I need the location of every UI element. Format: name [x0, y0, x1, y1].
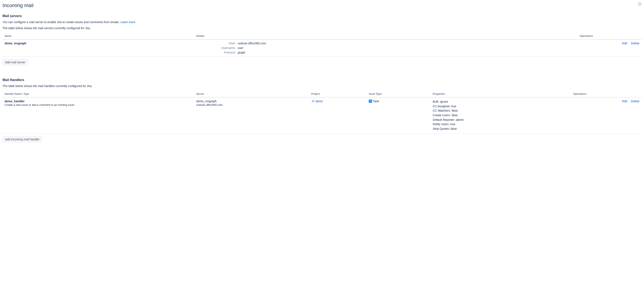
project-link[interactable]: demo	[316, 100, 323, 103]
project-icon	[311, 100, 315, 103]
property-row: CC Watchers: false	[433, 109, 569, 113]
edit-link[interactable]: Edit	[622, 42, 627, 45]
svg-point-0	[312, 100, 314, 101]
username-value: user	[238, 46, 266, 50]
edit-link[interactable]: Edit	[622, 100, 627, 103]
handler-properties-cell: Bulk: ignoreCC Assignee: trueCC Watchers…	[431, 97, 572, 133]
property-key: Default Reporter:	[433, 118, 456, 122]
property-row: Bulk: ignore	[433, 100, 569, 104]
property-key: Strip Quotes:	[433, 127, 451, 130]
col-issue-type: Issue Type	[367, 91, 430, 97]
handler-operations: Edit Delete	[571, 97, 642, 133]
property-key: CC Watchers:	[433, 109, 452, 112]
property-key: CC Assignee:	[433, 105, 452, 108]
col-server: Server	[194, 91, 309, 97]
handler-type-desc: Create a new issue or add a comment to a…	[4, 103, 192, 106]
col-operations: Operations	[578, 33, 642, 39]
host-value: outlook.office365.com	[238, 42, 266, 45]
learn-more-link[interactable]: Learn more	[120, 20, 136, 24]
handler-name: demo_handler	[4, 100, 192, 103]
col-details: Details	[194, 33, 578, 39]
table-row: demo_msgraph Host: outlook.office365.com…	[2, 39, 642, 56]
issue-type-value: Task	[373, 100, 379, 103]
server-operations: Edit Delete	[578, 39, 642, 56]
property-key: Bulk:	[433, 100, 440, 103]
mail-servers-description-2: The table below shows the mail servers c…	[2, 26, 642, 30]
page-title: Incoming mail	[2, 2, 34, 8]
mail-servers-desc-text: You can configure a mail server to enabl…	[2, 20, 120, 24]
protocol-value: graph	[238, 51, 266, 54]
col-name: Name	[2, 33, 194, 39]
property-row: Notify Users: true	[433, 122, 569, 127]
mail-servers-description: You can configure a mail server to enabl…	[2, 20, 642, 24]
username-label: Username:	[222, 46, 236, 50]
property-row: Strip Quotes: false	[433, 127, 569, 131]
server-details: Host: outlook.office365.com Username: us…	[194, 39, 578, 56]
col-operations: Operations	[571, 91, 642, 97]
mail-handlers-table: Handler Name / Type Server Project Issue…	[2, 91, 642, 134]
delete-link[interactable]: Delete	[631, 100, 640, 103]
property-value: true	[450, 123, 455, 126]
property-key: Create Users:	[433, 114, 452, 117]
host-label: Host:	[222, 42, 236, 45]
help-icon[interactable]: ?	[638, 2, 642, 6]
handler-issue-type-cell: Task	[367, 97, 430, 133]
delete-link[interactable]: Delete	[631, 42, 640, 45]
mail-handlers-heading: Mail Handlers	[2, 78, 642, 82]
mail-handlers-description: The table below shows the mail handlers …	[2, 84, 642, 88]
handler-server-cell: demo_msgraph outlook.office365.com	[194, 97, 309, 133]
add-mail-handler-button[interactable]: Add incoming mail handler	[2, 136, 42, 143]
property-value: false	[452, 114, 458, 117]
mail-handlers-section: Mail Handlers The table below shows the …	[2, 78, 642, 143]
col-properties: Properties	[431, 91, 572, 97]
task-icon	[369, 100, 372, 103]
protocol-label: Protocol:	[222, 51, 236, 54]
handler-project-cell: demo	[309, 97, 367, 133]
property-value: false	[452, 109, 458, 112]
property-row: Create Users: false	[433, 113, 569, 118]
mail-servers-heading: Mail servers	[2, 14, 642, 18]
handler-name-cell: demo_handler Create a new issue or add a…	[2, 97, 194, 133]
add-mail-server-button[interactable]: Add mail server	[2, 59, 28, 66]
handler-server-name: demo_msgraph	[196, 100, 307, 103]
col-handler: Handler Name / Type	[2, 91, 194, 97]
handler-server-host: outlook.office365.com	[196, 103, 307, 106]
property-value: true	[451, 105, 456, 108]
col-project: Project	[309, 91, 367, 97]
property-row: Default Reporter: admin	[433, 118, 569, 122]
property-value: ignore	[440, 100, 448, 103]
mail-servers-table: Name Details Operations demo_msgraph Hos…	[2, 33, 642, 56]
property-key: Notify Users:	[433, 123, 450, 126]
property-value: admin	[456, 118, 464, 122]
table-row: demo_handler Create a new issue or add a…	[2, 97, 642, 133]
property-value: false	[450, 127, 457, 130]
server-name: demo_msgraph	[2, 39, 194, 56]
mail-servers-section: Mail servers You can configure a mail se…	[2, 14, 642, 66]
property-row: CC Assignee: true	[433, 104, 569, 109]
